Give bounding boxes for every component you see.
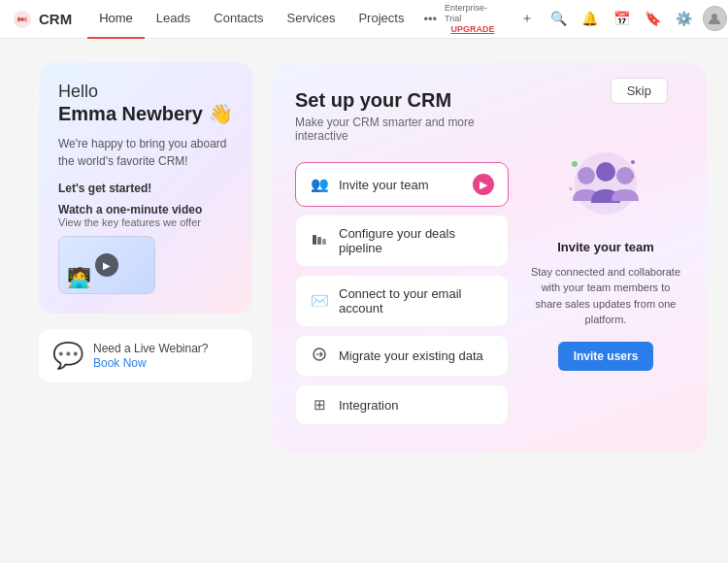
svg-text:+: + bbox=[631, 172, 636, 181]
svg-rect-2 bbox=[313, 235, 316, 245]
people-svg: + × bbox=[557, 145, 654, 222]
invite-team-label: Invite your team bbox=[339, 178, 463, 192]
notifications-button[interactable]: 🔔 bbox=[578, 5, 603, 32]
hello-greeting: Hello bbox=[58, 82, 233, 102]
nav-item-projects[interactable]: Projects bbox=[347, 0, 415, 39]
watch-video-section: Watch a one-minute video View the key fe… bbox=[58, 203, 233, 294]
invite-team-icon: 👥 bbox=[310, 176, 329, 193]
bookmark-button[interactable]: 🔖 bbox=[640, 5, 665, 32]
webinar-card: 💬 Need a Live Webinar? Book Now bbox=[39, 329, 252, 382]
left-panel: Hello Emma Newbery 👋 We're happy to brin… bbox=[39, 62, 252, 382]
invite-team-arrow: ▶ bbox=[473, 174, 494, 195]
nav-menu: Home Leads Contacts Services Projects ••… bbox=[87, 0, 445, 39]
webinar-text: Need a Live Webinar? Book Now bbox=[93, 342, 209, 370]
detail-description: Stay connected and collaborate with your… bbox=[528, 264, 683, 328]
setup-title: Set up your CRM bbox=[295, 89, 509, 112]
user-avatar[interactable] bbox=[703, 6, 727, 31]
nav-item-contacts[interactable]: Contacts bbox=[202, 0, 275, 39]
setup-item-invite-team[interactable]: 👥 Invite your team ▶ bbox=[295, 162, 509, 207]
email-account-label: Connect to your email account bbox=[339, 286, 494, 315]
migrate-data-label: Migrate your existing data bbox=[339, 348, 494, 363]
hello-cta: Let's get started! bbox=[58, 182, 233, 195]
deals-pipeline-icon bbox=[310, 232, 329, 250]
svg-point-10 bbox=[572, 161, 578, 167]
nav-item-services[interactable]: Services bbox=[276, 0, 347, 39]
skip-button[interactable]: Skip bbox=[611, 78, 668, 104]
hello-name: Emma Newbery 👋 bbox=[58, 102, 233, 125]
hello-card: Hello Emma Newbery 👋 We're happy to brin… bbox=[39, 62, 252, 314]
nav-more-button[interactable]: ••• bbox=[415, 0, 445, 39]
logo[interactable]: CRM bbox=[12, 9, 72, 30]
video-person-icon: 🧑‍💻 bbox=[67, 266, 91, 289]
nav-item-home[interactable]: Home bbox=[87, 0, 145, 39]
setup-card: Set up your CRM Make your CRM smarter an… bbox=[272, 62, 707, 452]
setup-item-migrate-data[interactable]: Migrate your existing data bbox=[295, 335, 509, 377]
setup-items-list: 👥 Invite your team ▶ Configure your deal… bbox=[295, 162, 509, 425]
create-button[interactable]: ＋ bbox=[514, 5, 540, 32]
svg-rect-4 bbox=[322, 239, 326, 245]
setup-item-integration[interactable]: ⊞ Integration bbox=[295, 384, 509, 425]
nav-item-leads[interactable]: Leads bbox=[145, 0, 202, 39]
svg-point-0 bbox=[20, 17, 24, 21]
video-sub: View the key features we offer bbox=[58, 216, 233, 228]
enterprise-badge: Enterprise-Trial UPGRADE bbox=[445, 3, 501, 34]
search-button[interactable]: 🔍 bbox=[546, 5, 571, 32]
settings-button[interactable]: ⚙️ bbox=[672, 5, 697, 32]
svg-text:×: × bbox=[569, 185, 573, 192]
setup-item-email-account[interactable]: ✉️ Connect to your email account bbox=[295, 275, 509, 327]
video-title: Watch a one-minute video bbox=[58, 203, 233, 216]
setup-container: Skip Set up your CRM Make your CRM smart… bbox=[272, 62, 707, 452]
svg-point-8 bbox=[596, 162, 615, 182]
logo-icon bbox=[12, 9, 33, 30]
email-account-icon: ✉️ bbox=[310, 292, 329, 310]
setup-item-deals-pipeline[interactable]: Configure your deals pipeline bbox=[295, 215, 509, 267]
migrate-data-icon bbox=[310, 347, 329, 365]
setup-detail-panel: + × Invite your team Stay connected and … bbox=[528, 89, 683, 425]
nav-right: Enterprise-Trial UPGRADE ＋ 🔍 🔔 📅 🔖 ⚙️ ⊞ bbox=[445, 3, 728, 34]
webinar-title: Need a Live Webinar? bbox=[93, 342, 209, 355]
webinar-icon: 💬 bbox=[52, 341, 83, 371]
invite-users-button[interactable]: Invite users bbox=[558, 342, 654, 371]
video-thumbnail[interactable]: 🧑‍💻 ▶ bbox=[58, 236, 155, 294]
svg-rect-3 bbox=[317, 237, 321, 245]
setup-subtitle: Make your CRM smarter and more interacti… bbox=[295, 116, 509, 143]
hello-subtitle: We're happy to bring you aboard the worl… bbox=[58, 135, 233, 170]
book-now-link[interactable]: Book Now bbox=[93, 356, 147, 370]
play-button[interactable]: ▶ bbox=[95, 253, 118, 277]
main-content: Hello Emma Newbery 👋 We're happy to brin… bbox=[0, 39, 728, 563]
setup-left: Set up your CRM Make your CRM smarter an… bbox=[295, 89, 509, 425]
integration-icon: ⊞ bbox=[310, 396, 329, 414]
svg-point-7 bbox=[578, 167, 595, 184]
svg-point-11 bbox=[631, 160, 635, 164]
navbar: CRM Home Leads Contacts Services Project… bbox=[0, 0, 728, 39]
logo-text: CRM bbox=[39, 11, 72, 27]
team-illustration: + × bbox=[557, 145, 654, 222]
deals-pipeline-label: Configure your deals pipeline bbox=[339, 226, 494, 255]
detail-title: Invite your team bbox=[557, 240, 654, 254]
calendar-button[interactable]: 📅 bbox=[609, 5, 634, 32]
integration-label: Integration bbox=[339, 398, 494, 413]
